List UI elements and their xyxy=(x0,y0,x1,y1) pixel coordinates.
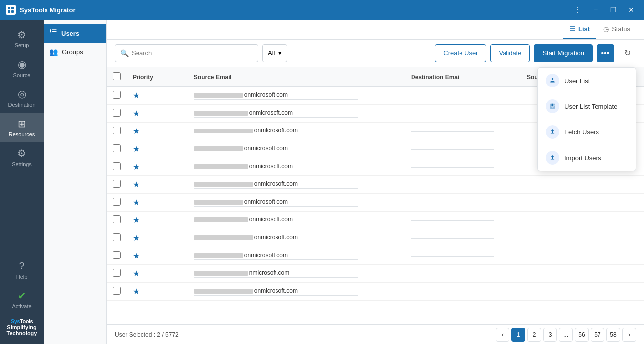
user-list-icon xyxy=(546,74,559,87)
setup-icon: ⚙ xyxy=(17,29,26,41)
row-checkbox-2[interactable] xyxy=(113,127,121,134)
priority-star-6[interactable]: ★ xyxy=(133,198,139,207)
list-tab-icon: ☰ xyxy=(569,25,575,33)
dest-email-cell-6 xyxy=(411,202,515,203)
source-email-cell-9: onmicrosoft.com xyxy=(194,252,399,260)
start-migration-button[interactable]: Start Migration xyxy=(534,44,593,62)
sidebar-item-resources[interactable]: ⊞ Resources xyxy=(0,113,44,142)
table-row: ★ onmicrosoft.com xyxy=(107,229,644,247)
row-checkbox-7[interactable] xyxy=(113,215,121,223)
source-icon: ◉ xyxy=(18,58,26,70)
search-box: 🔍 xyxy=(115,44,258,62)
status-tab-label: Status xyxy=(612,25,630,33)
priority-star-9[interactable]: ★ xyxy=(133,252,139,260)
priority-star-3[interactable]: ★ xyxy=(133,145,139,153)
ellipsis-icon: ••• xyxy=(601,49,610,58)
list-tab-label: List xyxy=(578,25,590,33)
content-area: ☰ List ◷ Status 🔍 All ▾ Create User xyxy=(107,20,644,344)
nav-item-groups[interactable]: 👥 Groups xyxy=(44,43,106,61)
table-row: ★ onmicrosoft.com xyxy=(107,212,644,229)
page-2-button[interactable]: 2 xyxy=(527,328,541,342)
priority-star-5[interactable]: ★ xyxy=(133,180,139,189)
page-56-button[interactable]: 56 xyxy=(575,328,589,342)
dest-email-cell-8 xyxy=(411,237,515,239)
page-3-button[interactable]: 3 xyxy=(543,328,557,342)
sidebar-item-setup[interactable]: ⚙ Setup xyxy=(0,24,44,53)
dropdown-user-list[interactable]: User List xyxy=(538,68,636,93)
sidebar-item-source[interactable]: ◉ Source xyxy=(0,53,44,83)
resources-icon: ⊞ xyxy=(18,118,26,129)
sidebar-item-label: Settings xyxy=(12,161,32,167)
priority-star-2[interactable]: ★ xyxy=(133,127,139,135)
sidebar-item-settings[interactable]: ⚙ Settings xyxy=(0,142,44,172)
dropdown-import-users[interactable]: Import Users xyxy=(538,145,636,171)
priority-star-1[interactable]: ★ xyxy=(133,109,139,118)
search-input[interactable] xyxy=(132,49,253,57)
nav-item-users[interactable]: Users xyxy=(44,24,106,43)
tab-status[interactable]: ◷ Status xyxy=(598,20,636,39)
row-checkbox-8[interactable] xyxy=(113,233,121,241)
priority-star-11[interactable]: ★ xyxy=(133,287,139,296)
priority-star-10[interactable]: ★ xyxy=(133,269,139,278)
priority-star-8[interactable]: ★ xyxy=(133,234,139,242)
svg-rect-6 xyxy=(50,31,51,33)
select-all-checkbox[interactable] xyxy=(113,72,121,80)
user-list-template-label: User List Template xyxy=(564,103,617,110)
page-1-button[interactable]: 1 xyxy=(511,328,525,342)
row-checkbox-9[interactable] xyxy=(113,251,121,259)
main-layout: ⚙ Setup ◉ Source ◎ Destination ⊞ Resourc… xyxy=(0,20,644,344)
source-email-cell-2: onmicrosoft.com xyxy=(194,127,399,135)
sidebar-bottom: ? Help ✔ Activate SysTools Simplifying T… xyxy=(0,256,44,340)
page-58-button[interactable]: 58 xyxy=(606,328,620,342)
brand-area: SysTools Simplifying Technology xyxy=(0,314,44,340)
validate-button[interactable]: Validate xyxy=(490,44,530,62)
settings-icon: ⚙ xyxy=(17,147,26,159)
dest-email-cell-7 xyxy=(411,219,515,221)
source-email-cell-10: nmicrosoft.com xyxy=(194,269,399,278)
sidebar-item-activate[interactable]: ✔ Activate xyxy=(0,285,44,314)
dest-email-cell-11 xyxy=(411,291,515,292)
more-options-button[interactable]: ••• xyxy=(597,44,614,62)
sidebar-item-destination[interactable]: ◎ Destination xyxy=(0,83,44,113)
refresh-button[interactable]: ↻ xyxy=(618,44,636,62)
row-checkbox-4[interactable] xyxy=(113,162,121,170)
app-logo xyxy=(6,5,16,15)
row-checkbox-5[interactable] xyxy=(113,180,121,188)
svg-rect-1 xyxy=(11,7,14,9)
menu-icon[interactable]: ⋮ xyxy=(571,3,585,17)
filter-dropdown[interactable]: All ▾ xyxy=(262,44,287,62)
priority-star-7[interactable]: ★ xyxy=(133,216,139,224)
dropdown-fetch-users[interactable]: Fetch Users xyxy=(538,119,636,145)
dropdown-user-list-template[interactable]: User List Template xyxy=(538,93,636,119)
titlebar: SysTools Migrator ⋮ − ❐ ✕ xyxy=(0,0,644,20)
next-page-button[interactable]: › xyxy=(622,328,636,342)
maximize-button[interactable]: ❐ xyxy=(606,3,620,17)
user-list-label: User List xyxy=(564,77,590,85)
svg-rect-0 xyxy=(8,7,10,9)
svg-rect-4 xyxy=(50,29,51,31)
search-icon: 🔍 xyxy=(120,49,129,57)
fetch-users-label: Fetch Users xyxy=(564,129,599,136)
minimize-button[interactable]: − xyxy=(589,3,602,17)
col-destination-email: Destination Email xyxy=(405,67,521,87)
create-user-button[interactable]: Create User xyxy=(435,44,486,62)
row-checkbox-3[interactable] xyxy=(113,144,121,152)
priority-star-4[interactable]: ★ xyxy=(133,163,139,171)
row-checkbox-0[interactable] xyxy=(113,91,121,99)
source-email-cell-11: onmicrosoft.com xyxy=(194,287,399,296)
row-checkbox-6[interactable] xyxy=(113,198,121,206)
close-button[interactable]: ✕ xyxy=(624,3,638,17)
import-users-icon xyxy=(546,151,559,165)
tab-list[interactable]: ☰ List xyxy=(563,20,596,39)
page-57-button[interactable]: 57 xyxy=(591,328,604,342)
row-checkbox-11[interactable] xyxy=(113,287,121,295)
row-checkbox-10[interactable] xyxy=(113,269,121,277)
prev-page-button[interactable]: ‹ xyxy=(496,328,509,342)
svg-rect-3 xyxy=(11,10,14,13)
filter-value: All xyxy=(268,49,275,57)
row-checkbox-1[interactable] xyxy=(113,109,121,117)
svg-rect-2 xyxy=(8,10,10,13)
priority-star-0[interactable]: ★ xyxy=(133,91,139,100)
dest-email-cell-9 xyxy=(411,255,515,257)
sidebar-item-help[interactable]: ? Help xyxy=(0,256,44,285)
